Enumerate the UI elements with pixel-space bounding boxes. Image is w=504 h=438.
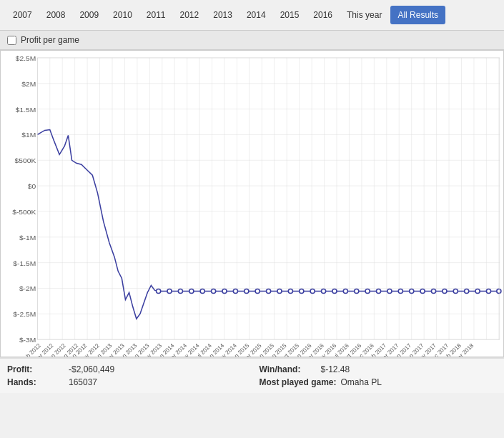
svg-point-90 bbox=[453, 289, 458, 293]
svg-point-65 bbox=[178, 289, 182, 293]
profit-chart: $2.5M $2M $1.5M $1M $500K $0 $-500K $-1M… bbox=[1, 51, 503, 357]
profit-label: Profit: bbox=[7, 364, 64, 374]
svg-text:$-3M: $-3M bbox=[19, 336, 36, 344]
svg-point-82 bbox=[365, 289, 370, 293]
tab-2015[interactable]: 2015 bbox=[275, 6, 305, 24]
svg-point-83 bbox=[376, 289, 380, 293]
svg-point-84 bbox=[387, 289, 392, 293]
most-played-label: Most played game: bbox=[260, 377, 337, 387]
svg-point-78 bbox=[321, 289, 325, 293]
chart-options-row: Profit per game bbox=[0, 30, 504, 50]
svg-point-73 bbox=[267, 289, 271, 293]
hands-value: 165037 bbox=[69, 377, 97, 387]
tab-2013[interactable]: 2013 bbox=[207, 6, 238, 24]
main-container: 2007 2008 2009 2010 2011 2012 2013 2014 … bbox=[0, 0, 504, 393]
svg-text:$-1M: $-1M bbox=[19, 234, 36, 242]
svg-point-88 bbox=[431, 289, 435, 293]
tab-2007[interactable]: 2007 bbox=[7, 6, 38, 24]
tab-2009[interactable]: 2009 bbox=[74, 6, 104, 24]
svg-point-72 bbox=[255, 289, 260, 293]
win-per-hand-label: Win/hand: bbox=[260, 364, 317, 374]
most-played-value: Omaha PL bbox=[341, 377, 382, 387]
svg-point-69 bbox=[222, 289, 227, 293]
win-per-hand-value: $-12.48 bbox=[321, 364, 350, 374]
svg-point-81 bbox=[355, 289, 359, 293]
svg-text:$-1.5M: $-1.5M bbox=[13, 259, 36, 267]
tab-2010[interactable]: 2010 bbox=[107, 6, 138, 24]
svg-point-64 bbox=[167, 289, 172, 293]
svg-point-85 bbox=[398, 289, 402, 293]
svg-point-86 bbox=[410, 289, 414, 293]
year-tabs-bar: 2007 2008 2009 2010 2011 2012 2013 2014 … bbox=[0, 0, 504, 30]
svg-text:$2.5M: $2.5M bbox=[16, 54, 36, 62]
stats-footer: Profit: -$2,060,449 Win/hand: $-12.48 Ha… bbox=[0, 357, 504, 393]
tab-2016[interactable]: 2016 bbox=[307, 6, 338, 24]
svg-point-76 bbox=[300, 289, 304, 293]
svg-point-75 bbox=[288, 289, 292, 293]
svg-point-80 bbox=[343, 289, 347, 293]
svg-text:$-2M: $-2M bbox=[19, 285, 36, 293]
chart-area: $2.5M $2M $1.5M $1M $500K $0 $-500K $-1M… bbox=[0, 50, 504, 357]
svg-point-71 bbox=[244, 289, 249, 293]
svg-point-77 bbox=[310, 289, 315, 293]
svg-point-70 bbox=[233, 289, 237, 293]
svg-point-91 bbox=[465, 289, 469, 293]
svg-text:$0: $0 bbox=[28, 182, 36, 190]
tab-2012[interactable]: 2012 bbox=[174, 6, 205, 24]
tab-all-results[interactable]: All Results bbox=[390, 6, 445, 24]
svg-point-68 bbox=[212, 289, 216, 293]
svg-point-66 bbox=[189, 289, 194, 293]
svg-text:$500K: $500K bbox=[15, 156, 36, 164]
svg-text:$-2.5M: $-2.5M bbox=[13, 310, 36, 318]
svg-point-89 bbox=[443, 289, 447, 293]
hands-label: Hands: bbox=[7, 377, 64, 387]
profit-row: Profit: -$2,060,449 bbox=[7, 364, 245, 374]
hands-row: Hands: 165037 bbox=[7, 377, 245, 387]
tab-2011[interactable]: 2011 bbox=[141, 6, 172, 24]
svg-point-63 bbox=[157, 289, 161, 293]
svg-point-79 bbox=[332, 289, 337, 293]
svg-text:$1M: $1M bbox=[21, 131, 36, 139]
svg-point-92 bbox=[475, 289, 480, 293]
most-played-row: Most played game: Omaha PL bbox=[260, 377, 498, 387]
svg-point-67 bbox=[200, 289, 204, 293]
svg-point-93 bbox=[486, 289, 490, 293]
svg-point-94 bbox=[497, 289, 501, 293]
profit-value: -$2,060,449 bbox=[69, 364, 114, 374]
svg-text:$-500K: $-500K bbox=[12, 208, 36, 216]
tab-2014[interactable]: 2014 bbox=[241, 6, 272, 24]
tab-2008[interactable]: 2008 bbox=[41, 6, 71, 24]
svg-rect-0 bbox=[1, 51, 503, 357]
profit-per-game-label: Profit per game bbox=[21, 35, 79, 45]
svg-text:$1.5M: $1.5M bbox=[16, 106, 36, 114]
tab-this-year[interactable]: This year bbox=[341, 6, 387, 24]
svg-text:$2M: $2M bbox=[21, 80, 36, 88]
win-per-hand-row: Win/hand: $-12.48 bbox=[260, 364, 498, 374]
profit-per-game-checkbox[interactable] bbox=[7, 36, 16, 45]
svg-point-87 bbox=[420, 289, 425, 293]
svg-point-74 bbox=[277, 289, 282, 293]
